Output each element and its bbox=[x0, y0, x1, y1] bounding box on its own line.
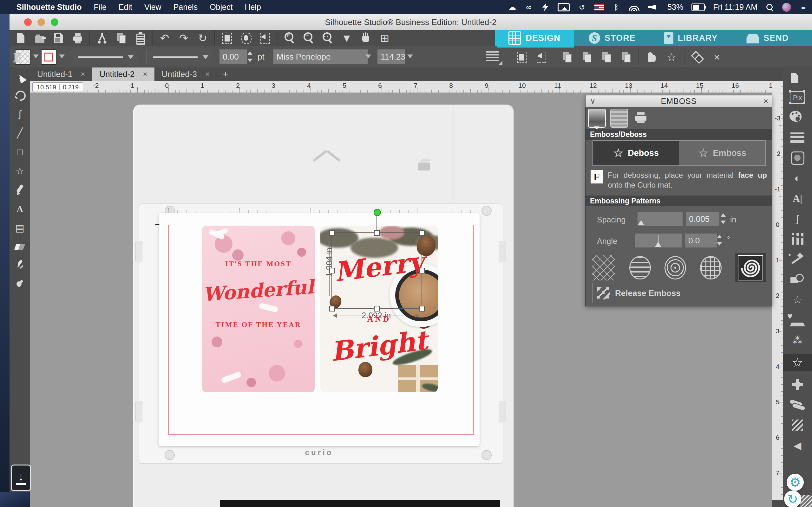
sketch-fill-icon[interactable] bbox=[787, 418, 808, 432]
pattern-concentric[interactable] bbox=[664, 256, 686, 279]
tab-send[interactable]: SEND bbox=[731, 30, 804, 46]
divider[interactable] bbox=[554, 49, 555, 65]
transfer-icon[interactable] bbox=[787, 232, 808, 246]
sync-button[interactable]: ↻ bbox=[784, 491, 801, 507]
cut-icon[interactable] bbox=[95, 31, 109, 45]
select-tool[interactable] bbox=[13, 69, 27, 83]
page-setup-icon[interactable] bbox=[787, 71, 808, 85]
angle-stepper[interactable] bbox=[716, 233, 722, 247]
divider[interactable] bbox=[684, 49, 685, 65]
selection-handle[interactable] bbox=[329, 230, 335, 236]
tab-store[interactable]: S STORE bbox=[574, 30, 650, 46]
battery-percent[interactable]: 53% bbox=[667, 2, 683, 12]
siri-icon[interactable] bbox=[782, 3, 791, 12]
print-emboss-tab[interactable] bbox=[632, 109, 649, 127]
save-icon[interactable] bbox=[51, 31, 66, 45]
emboss-tool-tab[interactable] bbox=[588, 109, 606, 128]
paste-icon[interactable] bbox=[133, 31, 148, 45]
font-name-select[interactable]: Miss Penelope bbox=[273, 49, 368, 64]
doc-tab-untitled-3[interactable]: Untitled-3× bbox=[155, 67, 217, 81]
weld-icon[interactable] bbox=[787, 398, 808, 412]
copy-icon[interactable] bbox=[114, 31, 129, 45]
creative-cloud-icon[interactable]: ∞ bbox=[525, 2, 533, 12]
deboss-button[interactable]: ☆ Deboss bbox=[593, 141, 679, 165]
airplay-display-icon[interactable] bbox=[558, 3, 570, 11]
tab-library[interactable]: LIBRARY bbox=[650, 30, 731, 46]
app-menu[interactable]: Silhouette Studio bbox=[16, 3, 82, 12]
score-tool-tab[interactable] bbox=[610, 109, 628, 128]
zoom-out-icon[interactable]: − bbox=[301, 31, 316, 45]
spacing-stepper[interactable] bbox=[720, 212, 726, 225]
preferences-gear-button[interactable]: ⚙ bbox=[786, 474, 804, 491]
print-icon[interactable] bbox=[70, 31, 85, 45]
edit-points-tool[interactable] bbox=[13, 88, 27, 102]
polygon-tool[interactable]: ☆ bbox=[13, 164, 27, 178]
underline-button[interactable]: U bbox=[9, 46, 26, 67]
panel-close-icon[interactable]: × bbox=[763, 96, 768, 106]
select-rect-icon[interactable] bbox=[220, 31, 235, 45]
time-machine-icon[interactable]: ↺ bbox=[578, 2, 586, 12]
font-dropdown-arrow-icon[interactable] bbox=[365, 55, 371, 58]
divider[interactable] bbox=[90, 30, 90, 46]
color-palette-icon[interactable] bbox=[787, 110, 808, 124]
selection-handle[interactable] bbox=[329, 306, 335, 312]
add-document-tab-button[interactable]: + bbox=[217, 67, 235, 81]
collapse-panel-icon[interactable]: ◀ bbox=[787, 439, 808, 452]
font-size-dropdown-arrow-icon[interactable] bbox=[407, 55, 413, 58]
text-tool[interactable]: A bbox=[13, 202, 27, 216]
fill-style-icon[interactable] bbox=[787, 151, 808, 165]
notification-center-icon[interactable]: ≡ bbox=[799, 2, 808, 12]
emboss-panel-icon[interactable]: ☆ bbox=[783, 354, 812, 372]
divider[interactable] bbox=[214, 30, 215, 46]
line-weight-select[interactable] bbox=[147, 49, 212, 65]
fill-tool-icon[interactable] bbox=[645, 50, 659, 64]
bring-forward-icon[interactable] bbox=[560, 50, 574, 64]
font-size-input[interactable]: 114.23 bbox=[377, 49, 405, 64]
rotation-handle[interactable] bbox=[374, 209, 381, 216]
text-align-button[interactable] bbox=[486, 51, 499, 62]
line-color-swatch[interactable] bbox=[41, 49, 56, 65]
pattern-horizontal-lines[interactable] bbox=[629, 256, 651, 279]
eyedropper-tool[interactable] bbox=[13, 278, 27, 292]
volume-icon[interactable] bbox=[648, 5, 656, 10]
modify-icon[interactable] bbox=[787, 273, 808, 286]
download-desktop-icon[interactable]: ↓ bbox=[11, 464, 31, 491]
stroke-width-stepper[interactable] bbox=[247, 50, 252, 63]
emboss-button[interactable]: ☆ Emboss bbox=[679, 141, 765, 165]
clock-text[interactable]: Fri 11:19 AM bbox=[713, 2, 757, 12]
selection-handle[interactable] bbox=[374, 230, 380, 236]
bolt-icon[interactable] bbox=[541, 3, 549, 11]
alert-cloud-icon[interactable]: ☁ bbox=[508, 2, 516, 12]
redo-icon[interactable]: ↷ bbox=[176, 31, 191, 45]
menu-view[interactable]: View bbox=[144, 3, 161, 12]
pencil-tool[interactable] bbox=[13, 183, 27, 197]
refresh-icon[interactable]: ↻ bbox=[195, 31, 210, 45]
selection-handle[interactable] bbox=[419, 230, 425, 236]
release-emboss-button[interactable]: Release Emboss bbox=[593, 283, 765, 303]
scale-icon[interactable] bbox=[514, 50, 529, 64]
pattern-spiral[interactable] bbox=[735, 253, 766, 282]
open-icon[interactable] bbox=[32, 31, 47, 45]
send-to-back-icon[interactable] bbox=[619, 50, 633, 64]
angle-slider[interactable] bbox=[635, 233, 682, 247]
bluetooth-icon[interactable]: ᛒ bbox=[612, 2, 620, 12]
zoom-selection-icon[interactable]: ∷ bbox=[320, 31, 335, 45]
rotate-icon[interactable] bbox=[534, 50, 549, 64]
new-file-icon[interactable] bbox=[13, 31, 28, 45]
text-style-icon[interactable]: A| bbox=[787, 191, 808, 205]
menu-file[interactable]: File bbox=[94, 3, 107, 12]
doc-tab-untitled-1[interactable]: Untitled-1× bbox=[30, 67, 92, 81]
send-backward-icon[interactable] bbox=[579, 50, 594, 64]
note-tool[interactable]: ▤ bbox=[13, 221, 27, 235]
sketch-icon[interactable]: ʃ bbox=[787, 212, 808, 226]
fill-dropdown-arrow-icon[interactable] bbox=[33, 55, 39, 58]
selection-handle[interactable] bbox=[419, 306, 425, 312]
divider[interactable] bbox=[277, 30, 278, 46]
zoom-in-icon[interactable]: + bbox=[282, 31, 297, 45]
pixscan-icon[interactable]: Pix bbox=[790, 91, 805, 104]
card-design-left[interactable]: IT'S THE MOST Wonderful TIME OF THE YEAR bbox=[202, 226, 315, 392]
undo-icon[interactable]: ↶ bbox=[157, 31, 172, 45]
selection-handle[interactable] bbox=[419, 268, 425, 274]
group-3d-icon[interactable] bbox=[690, 50, 705, 64]
selection-box[interactable] bbox=[332, 232, 422, 308]
